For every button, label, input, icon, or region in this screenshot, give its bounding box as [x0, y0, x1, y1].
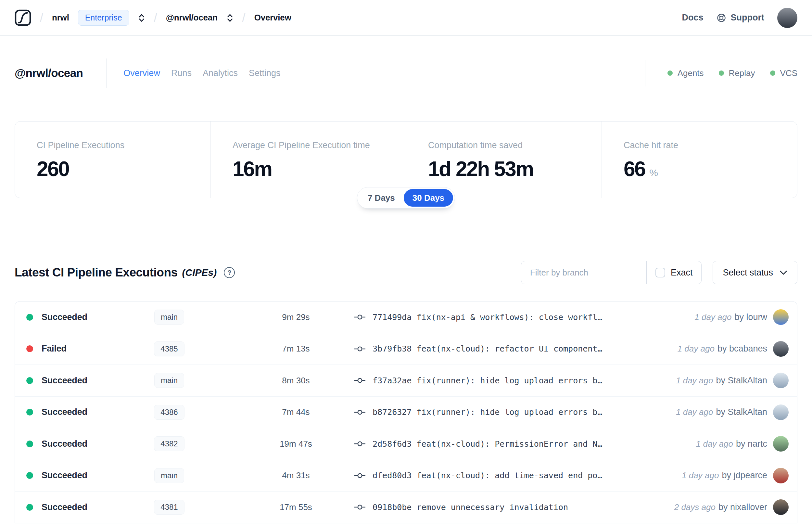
cipe-row[interactable]: Succeeded main 4m 31s dfed80d3 feat(nx-c… [15, 460, 797, 492]
cipe-section-header: Latest CI Pipeline Executions (CIPEs) ? … [15, 261, 797, 284]
support-link[interactable]: Support [717, 13, 764, 23]
status-replay[interactable]: Replay [719, 68, 755, 78]
commit-message: feat(nx-cloud): refactor UI component… [416, 344, 602, 354]
status-cell: Succeeded [26, 470, 148, 480]
page-title: @nrwl/ocean [15, 66, 83, 79]
commit-cell: 2d58f6d3 feat(nx-cloud): PermissionError… [354, 439, 686, 449]
status-label: Succeeded [42, 407, 87, 417]
git-commit-icon [354, 504, 365, 511]
breadcrumb-workspace[interactable]: @nrwl/ocean [166, 13, 218, 23]
branch-cell: main [148, 468, 190, 483]
time-ago: 2 days ago [674, 502, 716, 512]
status-select-button[interactable]: Select status [713, 261, 797, 284]
tab-overview[interactable]: Overview [123, 68, 160, 78]
commit-message: remove unnecessary invalidation [416, 502, 568, 512]
status-cell: Failed [26, 344, 148, 354]
status-label: Succeeded [42, 312, 87, 322]
time-range-toggle: 7 Days 30 Days [357, 187, 455, 209]
cipe-row[interactable]: Succeeded main 9m 29s 771499da fix(nx-ap… [15, 301, 797, 333]
status-agents-label: Agents [677, 68, 704, 78]
stat-card-cipe-count: CI Pipeline Executions 260 [15, 121, 211, 198]
status-agents[interactable]: Agents [668, 68, 704, 78]
cipe-table: Succeeded main 9m 29s 771499da fix(nx-ap… [15, 301, 797, 523]
branch-badge: main [154, 468, 184, 483]
commit-text: 3b79fb38 feat(nx-cloud): refactor UI com… [372, 344, 602, 354]
time-ago: 1 day ago [677, 344, 715, 354]
branch-badge: 4382 [154, 436, 184, 451]
duration-cell: 19m 47s [241, 439, 351, 449]
stat-label: CI Pipeline Executions [37, 140, 198, 150]
docs-link[interactable]: Docs [682, 13, 703, 23]
user-avatar[interactable] [777, 8, 797, 28]
status-dot-icon [26, 409, 33, 416]
status-dot-icon [26, 504, 33, 511]
nx-cloud-logo[interactable] [15, 10, 31, 26]
commit-message: feat(nx-cloud): PermissionError and N… [416, 439, 602, 449]
status-dot-icon [26, 377, 33, 384]
navbar-actions: Docs Support [682, 8, 797, 28]
commit-cell: b8726327 fix(runner): hide log upload er… [354, 407, 666, 417]
cipe-row[interactable]: Succeeded main 8m 30s f37a32ae fix(runne… [15, 365, 797, 397]
branch-badge: 4385 [154, 342, 184, 356]
cipe-row[interactable]: Succeeded 4386 7m 44s b8726327 fix(runne… [15, 397, 797, 429]
exact-checkbox[interactable] [656, 268, 665, 278]
commit-hash: f37a32ae [372, 376, 412, 385]
tab-analytics[interactable]: Analytics [203, 68, 238, 78]
status-vcs[interactable]: VCS [770, 68, 797, 78]
stat-value: 260 [37, 157, 69, 181]
breadcrumb-page: Overview [254, 13, 291, 23]
meta-cell: 1 day ago by nartc [686, 436, 788, 452]
time-ago: 1 day ago [676, 376, 713, 386]
stat-value: 16m [232, 157, 272, 181]
stat-suffix: % [649, 167, 658, 178]
commit-message: fix(runner): hide log upload errors b… [416, 376, 602, 385]
commit-text: 0918b0be remove unnecessary invalidation [372, 502, 568, 512]
commit-text: 771499da fix(nx-api & workflows): close … [372, 313, 602, 322]
duration-cell: 9m 29s [241, 312, 351, 322]
tab-settings[interactable]: Settings [249, 68, 281, 78]
workspace-tabs: Overview Runs Analytics Settings [123, 68, 280, 78]
time-ago: 1 day ago [682, 470, 719, 480]
branch-cell: 4386 [148, 405, 190, 420]
author: by nixallover [718, 502, 767, 512]
branch-cell: 4385 [148, 342, 190, 356]
duration-cell: 17m 55s [241, 502, 351, 512]
status-cell: Succeeded [26, 312, 148, 322]
author: by StalkAltan [716, 376, 767, 386]
meta-cell: 1 day ago by StalkAltan [666, 373, 788, 388]
git-commit-icon [354, 345, 365, 352]
time-ago: 1 day ago [694, 312, 732, 322]
duration-cell: 7m 44s [241, 407, 351, 417]
cipe-row[interactable]: Succeeded 4381 17m 55s 0918b0be remove u… [15, 492, 797, 523]
breadcrumb-org[interactable]: nrwl [52, 13, 69, 23]
branch-badge: 4381 [154, 500, 184, 515]
time-range-30-days[interactable]: 30 Days [404, 189, 453, 207]
status-cell: Succeeded [26, 502, 148, 512]
commit-message: fix(runner): hide log upload errors b… [416, 407, 602, 417]
branch-cell: main [148, 310, 190, 325]
workspace-switcher-chevron-icon[interactable] [226, 13, 233, 23]
status-cell: Succeeded [26, 376, 148, 386]
support-label: Support [731, 13, 764, 23]
commit-cell: 3b79fb38 feat(nx-cloud): refactor UI com… [354, 344, 668, 354]
top-navbar: / nrwl Enterprise / @nrwl/ocean / Overvi… [0, 0, 812, 36]
branch-badge: 4386 [154, 405, 184, 420]
tab-runs[interactable]: Runs [171, 68, 191, 78]
breadcrumb-separator: / [40, 11, 43, 25]
help-icon[interactable]: ? [224, 267, 235, 278]
git-commit-icon [354, 314, 365, 321]
branch-cell: main [148, 373, 190, 388]
time-range-7-days[interactable]: 7 Days [359, 189, 404, 207]
duration-cell: 7m 13s [241, 344, 351, 354]
chevron-down-icon [780, 270, 787, 275]
meta-cell: 2 days ago by nixallover [664, 499, 788, 515]
meta-cell: 1 day ago by StalkAltan [666, 404, 788, 420]
branch-filter-input[interactable] [521, 261, 646, 284]
commit-cell: 771499da fix(nx-api & workflows): close … [354, 313, 685, 322]
cipe-row[interactable]: Failed 4385 7m 13s 3b79fb38 feat(nx-clou… [15, 333, 797, 365]
author: by bcabanes [718, 344, 767, 354]
org-switcher-chevron-icon[interactable] [138, 13, 145, 23]
cipe-row[interactable]: Succeeded 4382 19m 47s 2d58f6d3 feat(nx-… [15, 428, 797, 460]
commit-text: b8726327 fix(runner): hide log upload er… [372, 407, 602, 417]
author-avatar [773, 468, 788, 483]
